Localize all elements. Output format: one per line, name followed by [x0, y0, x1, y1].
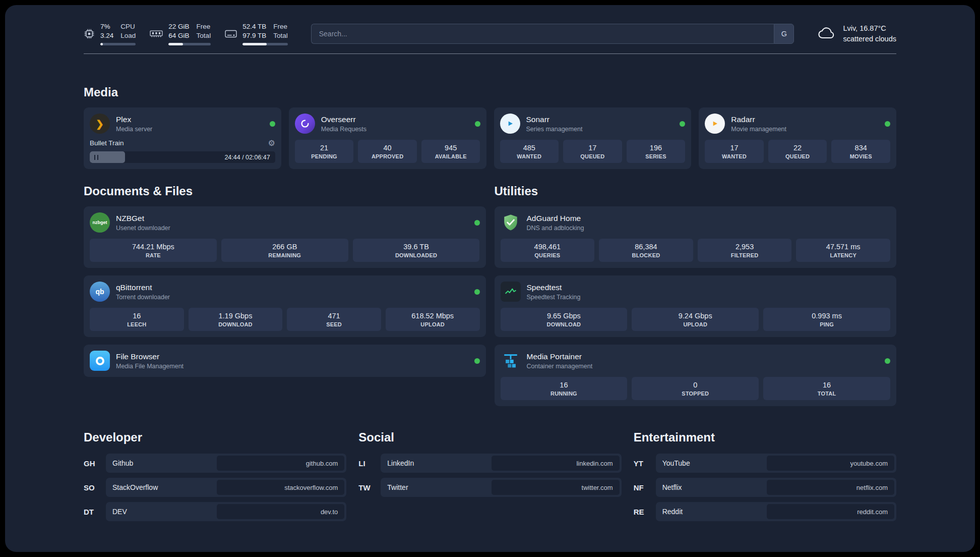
- bookmark-name: Netflix: [662, 483, 682, 491]
- dashboard: 7% 3.24 CPU Load: [5, 5, 975, 552]
- app-name: File Browser: [116, 352, 183, 361]
- app-desc: Speedtest Tracking: [527, 294, 581, 301]
- app-card-overseerr[interactable]: Overseerr Media Requests 21 PENDING 40 A…: [289, 107, 486, 169]
- weather-widget: Lviv, 16.87°C scattered clouds: [817, 23, 896, 44]
- disk-label-top: Free: [273, 22, 288, 31]
- app-card-radarr[interactable]: Radarr Movie management 17 WANTED 22 QUE…: [699, 107, 896, 169]
- ram-label-top: Free: [197, 22, 211, 31]
- radarr-icon: [705, 114, 725, 134]
- plex-now-playing: Bullet Train ⚙ 24:44 / 02:06:47: [90, 138, 275, 163]
- disk-label-bottom: Total: [273, 31, 288, 40]
- bookmark-name: DEV: [112, 508, 127, 516]
- bookmark-name: Reddit: [662, 508, 683, 516]
- search-bar: G: [311, 24, 794, 44]
- app-name: Speedtest: [527, 283, 581, 292]
- stat-wanted: 17 WANTED: [705, 140, 764, 163]
- stat-queued: 17 QUEUED: [563, 140, 622, 163]
- cpu-label-top: CPU: [120, 22, 136, 31]
- app-card-filebrowser[interactable]: File Browser Media File Management: [84, 345, 486, 377]
- bookmark-dev[interactable]: DT DEV dev.to: [84, 502, 346, 521]
- stat-pending: 21 PENDING: [295, 140, 354, 163]
- disk-icon: [225, 29, 237, 38]
- app-name: AdGuard Home: [527, 214, 584, 223]
- ram-label-bottom: Total: [197, 31, 211, 40]
- stat-seed: 471 SEED: [287, 308, 381, 331]
- app-card-nzbget[interactable]: nzbget NZBGet Usenet downloader 744.21 M…: [84, 206, 486, 268]
- bookmark-reddit[interactable]: RE Reddit reddit.com: [634, 502, 896, 521]
- stat-downloaded: 39.6 TB DOWNLOADED: [353, 239, 480, 262]
- section-title-documents: Documents & Files: [84, 184, 486, 198]
- weather-condition: scattered clouds: [843, 34, 896, 44]
- bookmark-linkedin[interactable]: LI LinkedIn linkedin.com: [358, 454, 621, 473]
- topbar-divider: [84, 53, 896, 54]
- pause-icon[interactable]: [94, 155, 98, 160]
- section-title-entertainment: Entertainment: [634, 430, 896, 444]
- disk-total-value: 97.9 TB: [242, 31, 266, 40]
- gear-icon[interactable]: ⚙: [268, 138, 275, 148]
- search-input[interactable]: [311, 24, 774, 44]
- bookmark-group-developer: Developer GH Github github.com SO StackO…: [84, 430, 346, 526]
- app-card-speedtest[interactable]: Speedtest Speedtest Tracking 9.65 Gbps D…: [495, 275, 897, 337]
- app-desc: Media File Management: [116, 363, 183, 370]
- stat-upload: 618.52 Mbps UPLOAD: [386, 308, 480, 331]
- app-card-plex[interactable]: ❯ Plex Media server Bullet Train ⚙ 24:44…: [84, 107, 281, 169]
- bookmark-group-entertainment: Entertainment YT YouTube youtube.com NF …: [634, 430, 896, 526]
- status-dot-online: [474, 220, 480, 226]
- ram-free-value: 22 GiB: [168, 22, 189, 31]
- search-engine-button[interactable]: G: [774, 24, 794, 44]
- bookmark-stackoverflow[interactable]: SO StackOverflow stackoverflow.com: [84, 478, 346, 497]
- bookmark-abbr: LI: [358, 459, 375, 468]
- stat-approved: 40 APPROVED: [358, 140, 417, 163]
- portainer-icon: [501, 351, 521, 371]
- nzbget-icon: nzbget: [90, 212, 110, 233]
- bookmark-youtube[interactable]: YT YouTube youtube.com: [634, 454, 896, 473]
- cpu-monitor: 7% 3.24 CPU Load: [84, 22, 136, 45]
- status-dot-online: [270, 121, 275, 127]
- app-card-qbittorrent[interactable]: qb qBittorrent Torrent downloader 16 LEE…: [84, 275, 486, 337]
- app-desc: Usenet downloader: [116, 225, 170, 232]
- media-grid: ❯ Plex Media server Bullet Train ⚙ 24:44…: [84, 107, 896, 169]
- bookmark-url: stackoverflow.com: [217, 480, 344, 495]
- app-card-adguard[interactable]: AdGuard Home DNS and adblocking 498,461 …: [495, 206, 897, 268]
- stat-filtered: 2,953 FILTERED: [698, 239, 792, 262]
- bookmark-github[interactable]: GH Github github.com: [84, 454, 346, 473]
- bookmark-url: twitter.com: [492, 480, 619, 495]
- app-name: Radarr: [731, 115, 786, 124]
- system-monitors: 7% 3.24 CPU Load: [84, 22, 288, 45]
- app-desc: Media server: [116, 126, 152, 133]
- bookmark-abbr: TW: [358, 483, 375, 492]
- section-title-utilities: Utilities: [495, 184, 897, 198]
- bookmark-abbr: GH: [84, 459, 100, 468]
- ram-icon: [150, 30, 163, 38]
- bookmark-group-social: Social LI LinkedIn linkedin.com TW Twitt…: [358, 430, 621, 502]
- stat-available: 945 AVAILABLE: [421, 140, 480, 163]
- app-card-sonarr[interactable]: Sonarr Series management 485 WANTED 17 Q…: [494, 107, 692, 169]
- status-dot-online: [474, 358, 480, 364]
- sonarr-icon: [500, 114, 520, 134]
- disk-free-value: 52.4 TB: [242, 22, 266, 31]
- stat-upload: 9.24 Gbps UPLOAD: [632, 308, 759, 331]
- app-name: Media Portainer: [527, 352, 593, 361]
- status-dot-online: [680, 121, 685, 127]
- app-desc: Series management: [526, 126, 583, 133]
- ram-total-value: 64 GiB: [168, 31, 189, 40]
- disk-monitor: 52.4 TB 97.9 TB Free Total: [225, 22, 288, 45]
- bookmark-name: StackOverflow: [112, 483, 158, 491]
- app-card-portainer[interactable]: Media Portainer Container management 16 …: [495, 345, 897, 406]
- bookmark-netflix[interactable]: NF Netflix netflix.com: [634, 478, 896, 497]
- bookmark-name: Twitter: [387, 483, 408, 491]
- stat-queued: 22 QUEUED: [768, 140, 827, 163]
- cpu-load-value: 3.24: [100, 31, 113, 40]
- app-desc: DNS and adblocking: [527, 225, 584, 232]
- bookmark-url: dev.to: [217, 504, 344, 519]
- app-name: Sonarr: [526, 115, 583, 124]
- app-desc: Container management: [527, 363, 593, 370]
- bookmark-url: reddit.com: [767, 504, 894, 519]
- status-dot-online: [474, 289, 480, 295]
- cpu-percent: 7%: [100, 22, 113, 31]
- bookmark-twitter[interactable]: TW Twitter twitter.com: [358, 478, 621, 497]
- app-desc: Torrent downloader: [116, 294, 170, 301]
- bookmark-name: Github: [112, 459, 133, 467]
- ram-monitor: 22 GiB 64 GiB Free Total: [150, 22, 211, 45]
- playback-progress-bar[interactable]: 24:44 / 02:06:47: [90, 151, 275, 163]
